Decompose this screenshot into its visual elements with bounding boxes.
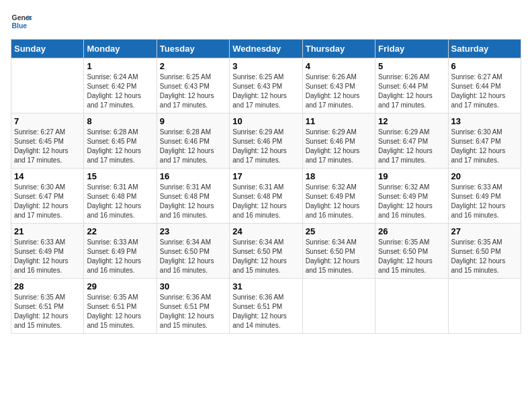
calendar-cell	[375, 279, 448, 334]
page-header: General Blue	[11, 11, 521, 32]
day-number: 22	[87, 226, 153, 236]
calendar-cell: 8Sunrise: 6:28 AM Sunset: 6:45 PM Daylig…	[84, 113, 157, 169]
day-info: Sunrise: 6:29 AM Sunset: 6:47 PM Dayligh…	[378, 128, 445, 165]
day-info: Sunrise: 6:34 AM Sunset: 6:50 PM Dayligh…	[306, 238, 372, 275]
day-info: Sunrise: 6:29 AM Sunset: 6:46 PM Dayligh…	[306, 128, 372, 165]
calendar-cell: 17Sunrise: 6:31 AM Sunset: 6:48 PM Dayli…	[230, 169, 302, 224]
calendar-cell: 25Sunrise: 6:34 AM Sunset: 6:50 PM Dayli…	[302, 224, 375, 279]
day-number: 20	[451, 171, 518, 181]
day-info: Sunrise: 6:35 AM Sunset: 6:51 PM Dayligh…	[87, 293, 153, 330]
day-number: 27	[451, 226, 518, 236]
day-info: Sunrise: 6:28 AM Sunset: 6:46 PM Dayligh…	[160, 128, 226, 165]
calendar-cell	[448, 279, 521, 334]
calendar-table: SundayMondayTuesdayWednesdayThursdayFrid…	[11, 39, 521, 334]
day-info: Sunrise: 6:28 AM Sunset: 6:45 PM Dayligh…	[87, 128, 153, 165]
calendar-body: 1Sunrise: 6:24 AM Sunset: 6:42 PM Daylig…	[11, 58, 521, 334]
day-info: Sunrise: 6:27 AM Sunset: 6:44 PM Dayligh…	[451, 73, 518, 110]
column-header-friday: Friday	[375, 40, 448, 58]
calendar-cell: 21Sunrise: 6:33 AM Sunset: 6:49 PM Dayli…	[11, 224, 84, 279]
day-info: Sunrise: 6:26 AM Sunset: 6:44 PM Dayligh…	[378, 73, 445, 110]
day-info: Sunrise: 6:32 AM Sunset: 6:49 PM Dayligh…	[306, 183, 372, 220]
day-number: 7	[14, 116, 81, 126]
day-number: 30	[160, 281, 226, 291]
calendar-cell: 31Sunrise: 6:36 AM Sunset: 6:51 PM Dayli…	[230, 279, 302, 334]
day-info: Sunrise: 6:33 AM Sunset: 6:49 PM Dayligh…	[87, 238, 153, 275]
day-number: 13	[451, 116, 518, 126]
day-info: Sunrise: 6:33 AM Sunset: 6:49 PM Dayligh…	[451, 183, 518, 220]
calendar-cell: 2Sunrise: 6:25 AM Sunset: 6:43 PM Daylig…	[157, 58, 229, 113]
day-number: 10	[232, 116, 299, 126]
day-info: Sunrise: 6:36 AM Sunset: 6:51 PM Dayligh…	[160, 293, 226, 330]
calendar-cell: 30Sunrise: 6:36 AM Sunset: 6:51 PM Dayli…	[157, 279, 229, 334]
day-number: 31	[232, 281, 299, 291]
day-info: Sunrise: 6:32 AM Sunset: 6:49 PM Dayligh…	[378, 183, 445, 220]
day-number: 19	[378, 171, 445, 181]
day-number: 15	[87, 171, 153, 181]
calendar-week-row: 7Sunrise: 6:27 AM Sunset: 6:45 PM Daylig…	[11, 113, 521, 169]
calendar-week-row: 21Sunrise: 6:33 AM Sunset: 6:49 PM Dayli…	[11, 224, 521, 279]
calendar-cell	[11, 58, 84, 113]
day-info: Sunrise: 6:35 AM Sunset: 6:50 PM Dayligh…	[451, 238, 518, 275]
calendar-cell	[302, 279, 375, 334]
calendar-cell: 1Sunrise: 6:24 AM Sunset: 6:42 PM Daylig…	[84, 58, 157, 113]
calendar-cell: 9Sunrise: 6:28 AM Sunset: 6:46 PM Daylig…	[157, 113, 229, 169]
day-number: 24	[232, 226, 299, 236]
day-number: 12	[378, 116, 445, 126]
day-info: Sunrise: 6:36 AM Sunset: 6:51 PM Dayligh…	[232, 293, 299, 330]
day-number: 4	[306, 61, 372, 71]
calendar-cell: 6Sunrise: 6:27 AM Sunset: 6:44 PM Daylig…	[448, 58, 521, 113]
day-info: Sunrise: 6:34 AM Sunset: 6:50 PM Dayligh…	[232, 238, 299, 275]
day-number: 25	[306, 226, 372, 236]
logo: General Blue	[11, 11, 32, 32]
calendar-cell: 28Sunrise: 6:35 AM Sunset: 6:51 PM Dayli…	[11, 279, 84, 334]
day-number: 11	[306, 116, 372, 126]
day-info: Sunrise: 6:33 AM Sunset: 6:49 PM Dayligh…	[14, 238, 81, 275]
calendar-cell: 3Sunrise: 6:25 AM Sunset: 6:43 PM Daylig…	[230, 58, 302, 113]
day-number: 17	[232, 171, 299, 181]
calendar-cell: 22Sunrise: 6:33 AM Sunset: 6:49 PM Dayli…	[84, 224, 157, 279]
day-number: 26	[378, 226, 445, 236]
calendar-header-row: SundayMondayTuesdayWednesdayThursdayFrid…	[11, 40, 521, 58]
day-number: 8	[87, 116, 153, 126]
day-info: Sunrise: 6:31 AM Sunset: 6:48 PM Dayligh…	[87, 183, 153, 220]
day-info: Sunrise: 6:34 AM Sunset: 6:50 PM Dayligh…	[160, 238, 226, 275]
day-number: 21	[14, 226, 81, 236]
calendar-cell: 23Sunrise: 6:34 AM Sunset: 6:50 PM Dayli…	[157, 224, 229, 279]
column-header-tuesday: Tuesday	[157, 40, 229, 58]
calendar-cell: 4Sunrise: 6:26 AM Sunset: 6:43 PM Daylig…	[302, 58, 375, 113]
day-info: Sunrise: 6:30 AM Sunset: 6:47 PM Dayligh…	[451, 128, 518, 165]
calendar-cell: 12Sunrise: 6:29 AM Sunset: 6:47 PM Dayli…	[375, 113, 448, 169]
calendar-cell: 27Sunrise: 6:35 AM Sunset: 6:50 PM Dayli…	[448, 224, 521, 279]
day-number: 28	[14, 281, 81, 291]
day-number: 6	[451, 61, 518, 71]
day-number: 1	[87, 61, 153, 71]
column-header-sunday: Sunday	[11, 40, 84, 58]
calendar-cell: 26Sunrise: 6:35 AM Sunset: 6:50 PM Dayli…	[375, 224, 448, 279]
calendar-cell: 19Sunrise: 6:32 AM Sunset: 6:49 PM Dayli…	[375, 169, 448, 224]
day-info: Sunrise: 6:31 AM Sunset: 6:48 PM Dayligh…	[160, 183, 226, 220]
day-info: Sunrise: 6:24 AM Sunset: 6:42 PM Dayligh…	[87, 73, 153, 110]
calendar-cell: 20Sunrise: 6:33 AM Sunset: 6:49 PM Dayli…	[448, 169, 521, 224]
column-header-thursday: Thursday	[302, 40, 375, 58]
day-number: 23	[160, 226, 226, 236]
day-info: Sunrise: 6:25 AM Sunset: 6:43 PM Dayligh…	[232, 73, 299, 110]
calendar-cell: 13Sunrise: 6:30 AM Sunset: 6:47 PM Dayli…	[448, 113, 521, 169]
day-number: 2	[160, 61, 226, 71]
day-number: 14	[14, 171, 81, 181]
day-number: 5	[378, 61, 445, 71]
day-info: Sunrise: 6:35 AM Sunset: 6:50 PM Dayligh…	[378, 238, 445, 275]
calendar-cell: 15Sunrise: 6:31 AM Sunset: 6:48 PM Dayli…	[84, 169, 157, 224]
day-info: Sunrise: 6:31 AM Sunset: 6:48 PM Dayligh…	[232, 183, 299, 220]
calendar-week-row: 1Sunrise: 6:24 AM Sunset: 6:42 PM Daylig…	[11, 58, 521, 113]
day-info: Sunrise: 6:35 AM Sunset: 6:51 PM Dayligh…	[14, 293, 81, 330]
calendar-cell: 18Sunrise: 6:32 AM Sunset: 6:49 PM Dayli…	[302, 169, 375, 224]
day-number: 16	[160, 171, 226, 181]
day-number: 9	[160, 116, 226, 126]
calendar-cell: 29Sunrise: 6:35 AM Sunset: 6:51 PM Dayli…	[84, 279, 157, 334]
day-info: Sunrise: 6:29 AM Sunset: 6:46 PM Dayligh…	[232, 128, 299, 165]
svg-text:Blue: Blue	[12, 22, 28, 30]
calendar-cell: 11Sunrise: 6:29 AM Sunset: 6:46 PM Dayli…	[302, 113, 375, 169]
day-info: Sunrise: 6:26 AM Sunset: 6:43 PM Dayligh…	[306, 73, 372, 110]
day-number: 3	[232, 61, 299, 71]
logo-icon: General Blue	[11, 11, 32, 32]
